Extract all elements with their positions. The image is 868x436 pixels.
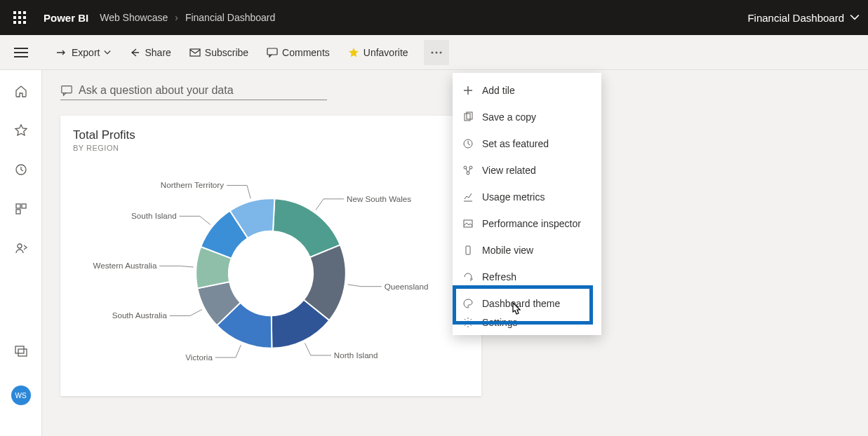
menu-dashboard-theme[interactable]: Dashboard theme xyxy=(453,290,601,317)
menu-performance-inspector-label: Performance inspector xyxy=(482,218,581,229)
chevron-down-icon xyxy=(104,49,111,56)
svg-point-21 xyxy=(467,321,469,324)
nav-rail: WS xyxy=(0,70,42,436)
svg-rect-19 xyxy=(464,220,472,227)
unfavorite-button[interactable]: Unfavorite xyxy=(341,40,415,65)
tile-total-profits[interactable]: Total Profits BY REGION New South WalesQ… xyxy=(60,116,481,396)
app-bar: Power BI Web Showcase › Financial Dashbo… xyxy=(0,0,868,35)
leader-line xyxy=(159,266,193,267)
chat-icon xyxy=(60,84,73,97)
menu-view-related[interactable]: View related xyxy=(453,157,601,184)
menu-save-copy[interactable]: Save a copy xyxy=(453,104,601,130)
grid-icon xyxy=(14,202,28,216)
share-icon xyxy=(129,47,140,58)
work-area: WS Ask a question about your data Total … xyxy=(0,70,868,436)
chevron-right-icon: › xyxy=(175,12,178,23)
leader-line xyxy=(347,285,381,287)
svg-rect-1 xyxy=(267,48,277,55)
export-button[interactable]: Export xyxy=(49,40,118,65)
svg-point-4 xyxy=(439,51,441,53)
image-icon xyxy=(462,218,474,229)
slice-label: Northern Territory xyxy=(161,180,224,189)
menu-mobile-view[interactable]: Mobile view xyxy=(453,237,601,264)
refresh-icon xyxy=(462,271,474,282)
share-button[interactable]: Share xyxy=(122,40,178,65)
workspace-avatar[interactable]: WS xyxy=(11,386,31,405)
menu-refresh[interactable]: Refresh xyxy=(453,264,601,290)
product-brand: Power BI xyxy=(44,12,88,24)
slice-label: Queensland xyxy=(385,282,429,291)
svg-point-3 xyxy=(435,51,437,53)
nav-apps[interactable] xyxy=(10,198,32,220)
more-actions-menu: Add tile Save a copy Set as featured Vie… xyxy=(453,73,601,335)
leader-line xyxy=(227,185,251,198)
dashboard-switcher-label: Financial Dashboard xyxy=(747,12,844,24)
menu-performance-inspector[interactable]: Performance inspector xyxy=(453,210,601,237)
nav-toggle-icon[interactable] xyxy=(14,48,28,57)
menu-add-tile[interactable]: Add tile xyxy=(453,77,601,104)
unfavorite-label: Unfavorite xyxy=(363,47,408,58)
menu-set-featured[interactable]: Set as featured xyxy=(453,130,601,157)
gear-icon xyxy=(462,317,474,328)
mobile-icon xyxy=(462,245,474,256)
slice-label: North Island xyxy=(334,350,378,360)
menu-refresh-label: Refresh xyxy=(482,271,516,282)
svg-point-2 xyxy=(431,51,433,53)
slice-label: South Island xyxy=(131,211,177,220)
menu-mobile-view-label: Mobile view xyxy=(482,245,533,256)
qna-placeholder: Ask a question about your data xyxy=(79,84,234,97)
leader-line xyxy=(180,216,211,224)
leader-line xyxy=(215,345,241,357)
plus-icon xyxy=(462,85,474,96)
tile-subtitle: BY REGION xyxy=(73,144,473,152)
chevron-down-icon xyxy=(850,13,860,22)
leader-line xyxy=(170,309,202,315)
qna-input[interactable]: Ask a question about your data xyxy=(60,84,327,100)
clock-icon xyxy=(14,163,28,177)
breadcrumb: Web Showcase › Financial Dashboard xyxy=(100,12,275,23)
svg-point-9 xyxy=(18,244,22,248)
workspaces-icon xyxy=(14,343,28,357)
menu-settings[interactable]: Settings xyxy=(453,317,601,331)
svg-rect-10 xyxy=(15,346,24,353)
more-actions-button[interactable] xyxy=(424,40,449,65)
share-label: Share xyxy=(145,47,171,58)
comment-icon xyxy=(267,47,278,58)
menu-view-related-label: View related xyxy=(482,165,536,176)
nav-workspaces[interactable] xyxy=(10,339,32,362)
palette-icon xyxy=(462,298,474,309)
export-label: Export xyxy=(72,47,100,58)
breadcrumb-dashboard[interactable]: Financial Dashboard xyxy=(185,12,275,23)
slice-label: Victoria xyxy=(185,353,213,362)
svg-rect-8 xyxy=(16,210,20,214)
star-outline-icon xyxy=(14,123,28,137)
svg-rect-7 xyxy=(22,204,26,208)
app-launcher-icon[interactable] xyxy=(8,6,31,29)
svg-point-18 xyxy=(467,172,469,175)
svg-rect-0 xyxy=(190,49,200,56)
ellipsis-icon xyxy=(431,51,442,54)
comments-label: Comments xyxy=(282,47,330,58)
featured-icon xyxy=(462,138,474,149)
svg-rect-6 xyxy=(16,204,20,208)
nav-recent[interactable] xyxy=(10,158,32,181)
svg-rect-20 xyxy=(466,246,470,254)
nav-favorites[interactable] xyxy=(10,119,32,142)
breadcrumb-workspace[interactable]: Web Showcase xyxy=(100,12,168,23)
copy-icon xyxy=(462,111,474,123)
svg-rect-11 xyxy=(18,349,27,356)
slice-label: Western Australia xyxy=(93,261,156,270)
comments-button[interactable]: Comments xyxy=(260,40,337,65)
export-icon xyxy=(56,47,67,58)
menu-usage-metrics[interactable]: Usage metrics xyxy=(453,184,601,210)
menu-dashboard-theme-label: Dashboard theme xyxy=(482,298,560,309)
leader-line xyxy=(305,343,331,355)
nav-home[interactable] xyxy=(10,80,32,102)
subscribe-button[interactable]: Subscribe xyxy=(182,40,255,65)
person-share-icon xyxy=(14,241,28,255)
dashboard-switcher[interactable]: Financial Dashboard xyxy=(747,12,860,24)
nav-shared[interactable] xyxy=(10,237,32,259)
tile-title: Total Profits xyxy=(73,128,473,142)
star-filled-icon xyxy=(348,47,359,58)
leader-line xyxy=(316,199,344,210)
